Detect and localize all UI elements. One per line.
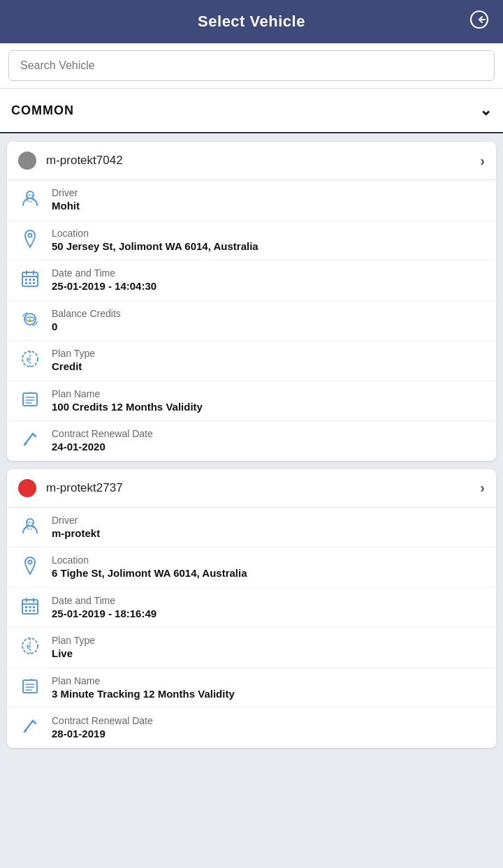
contract-label-2: Contract Renewal Date bbox=[52, 715, 153, 726]
svg-rect-9 bbox=[25, 279, 27, 281]
contract-value-1: 24-01-2020 bbox=[52, 440, 153, 454]
planname-label-2: Plan Name bbox=[52, 675, 235, 686]
datetime-row-1: Date and Time 25-01-2019 - 14:04:30 bbox=[7, 260, 496, 301]
header: Select Vehicle bbox=[0, 0, 503, 43]
status-dot-red bbox=[18, 479, 36, 497]
vehicle-name-1: m-protekt7042 bbox=[46, 154, 123, 168]
planname-content-1: Plan Name 100 Credits 12 Months Validity bbox=[52, 388, 203, 414]
contract-content-2: Contract Renewal Date 28-01-2019 bbox=[52, 715, 153, 741]
svg-rect-13 bbox=[29, 282, 31, 284]
header-title: Select Vehicle bbox=[198, 13, 305, 31]
contract-icon-1 bbox=[18, 429, 42, 449]
datetime-row-2: Date and Time 25-01-2019 - 18:16:49 bbox=[7, 588, 496, 628]
driver-icon-1 bbox=[18, 189, 42, 208]
contract-row-1: Contract Renewal Date 24-01-2020 bbox=[7, 421, 496, 461]
plantype-label-1: Plan Type bbox=[52, 348, 95, 359]
svg-point-4 bbox=[29, 233, 32, 237]
location-content-1: Location 50 Jersey St, Jolimont WA 6014,… bbox=[52, 228, 258, 253]
driver-content-2: Driver m-protekt bbox=[52, 515, 100, 540]
svg-rect-36 bbox=[33, 610, 35, 612]
svg-rect-14 bbox=[33, 282, 35, 284]
location-icon-2 bbox=[18, 556, 42, 575]
vehicle-card-2[interactable]: m-protekt2737 › Driver m-protekt bbox=[7, 469, 496, 748]
driver-label-2: Driver bbox=[52, 515, 100, 526]
driver-content-1: Driver Mohit bbox=[52, 187, 80, 213]
driver-row-2: Driver m-protekt bbox=[7, 508, 496, 548]
location-value-1: 50 Jersey St, Jolimont WA 6014, Australi… bbox=[52, 240, 258, 253]
balance-label-1: Balance Credits bbox=[52, 308, 121, 319]
location-row-1: Location 50 Jersey St, Jolimont WA 6014,… bbox=[7, 221, 496, 261]
svg-rect-20 bbox=[23, 393, 37, 406]
svg-rect-32 bbox=[29, 606, 31, 608]
cards-container: m-protekt7042 › Driver Mohit bbox=[0, 136, 503, 753]
plantype-label-2: Plan Type bbox=[52, 635, 95, 646]
balance-content-1: Balance Credits 0 bbox=[52, 308, 121, 334]
card-header-1[interactable]: m-protekt7042 › bbox=[7, 142, 496, 180]
driver-label-1: Driver bbox=[52, 187, 80, 198]
driver-icon-2 bbox=[18, 516, 42, 536]
status-dot-grey bbox=[18, 152, 36, 170]
driver-row-1: Driver Mohit bbox=[7, 180, 496, 221]
planname-icon-2 bbox=[18, 677, 42, 696]
location-label-1: Location bbox=[52, 228, 258, 239]
plantype-content-2: Plan Type Live bbox=[52, 635, 95, 661]
planname-label-1: Plan Name bbox=[52, 388, 203, 399]
plantype-icon-1: € bbox=[18, 349, 42, 369]
location-content-2: Location 6 Tighe St, Jolimont WA 6014, A… bbox=[52, 554, 247, 580]
plantype-row-2: € Plan Type Live bbox=[7, 628, 496, 668]
logout-icon[interactable] bbox=[469, 10, 489, 34]
datetime-content-1: Date and Time 25-01-2019 - 14:04:30 bbox=[52, 267, 156, 293]
location-row-2: Location 6 Tighe St, Jolimont WA 6014, A… bbox=[7, 547, 496, 588]
planname-icon-1 bbox=[18, 390, 42, 409]
driver-value-1: Mohit bbox=[52, 199, 80, 213]
planname-content-2: Plan Name 3 Minute Tracking 12 Months Va… bbox=[52, 675, 235, 701]
plantype-row-1: € Plan Type Credit bbox=[7, 341, 496, 381]
svg-rect-11 bbox=[33, 279, 35, 281]
datetime-content-2: Date and Time 25-01-2019 - 18:16:49 bbox=[52, 595, 156, 621]
contract-label-1: Contract Renewal Date bbox=[52, 428, 153, 439]
svg-rect-35 bbox=[29, 610, 31, 612]
planname-row-2: Plan Name 3 Minute Tracking 12 Months Va… bbox=[7, 668, 496, 709]
vehicle-card-1[interactable]: m-protekt7042 › Driver Mohit bbox=[7, 142, 496, 461]
arrow-icon-1: › bbox=[480, 153, 485, 169]
plantype-content-1: Plan Type Credit bbox=[52, 348, 95, 374]
datetime-value-1: 25-01-2019 - 14:04:30 bbox=[52, 279, 156, 293]
balance-value-1: 0 bbox=[52, 320, 121, 334]
svg-rect-12 bbox=[25, 282, 27, 284]
svg-rect-40 bbox=[23, 680, 37, 693]
calendar-icon-1 bbox=[18, 269, 42, 288]
plantype-value-1: Credit bbox=[52, 360, 95, 374]
search-container bbox=[0, 43, 503, 89]
svg-rect-10 bbox=[29, 279, 31, 281]
plantype-icon-2: € bbox=[18, 636, 42, 656]
driver-value-2: m-protekt bbox=[52, 527, 100, 540]
planname-row-1: Plan Name 100 Credits 12 Months Validity bbox=[7, 381, 496, 422]
datetime-label-2: Date and Time bbox=[52, 595, 156, 606]
planname-value-1: 100 Credits 12 Months Validity bbox=[52, 400, 203, 414]
arrow-icon-2: › bbox=[480, 480, 485, 496]
svg-text:$: $ bbox=[29, 316, 32, 323]
location-label-2: Location bbox=[52, 554, 247, 566]
contract-icon-2 bbox=[18, 716, 42, 736]
category-bar[interactable]: COMMON ⌄ bbox=[0, 89, 503, 133]
location-icon-1 bbox=[18, 229, 42, 249]
svg-rect-33 bbox=[33, 606, 35, 608]
svg-rect-34 bbox=[25, 610, 27, 612]
balance-row-1: $ Balance Credits 0 bbox=[7, 301, 496, 341]
search-input[interactable] bbox=[8, 50, 495, 81]
location-value-2: 6 Tighe St, Jolimont WA 6014, Australia bbox=[52, 566, 247, 580]
datetime-value-2: 25-01-2019 - 18:16:49 bbox=[52, 607, 156, 621]
svg-rect-31 bbox=[25, 606, 27, 608]
planname-value-2: 3 Minute Tracking 12 Months Validity bbox=[52, 687, 235, 701]
category-label: COMMON bbox=[11, 103, 74, 118]
calendar-icon-2 bbox=[18, 596, 42, 616]
card-header-left-2: m-protekt2737 bbox=[18, 479, 123, 497]
card-header-2[interactable]: m-protekt2737 › bbox=[7, 469, 496, 508]
card-header-left-1: m-protekt7042 bbox=[18, 152, 123, 170]
contract-row-2: Contract Renewal Date 28-01-2019 bbox=[7, 708, 496, 748]
vehicle-name-2: m-protekt2737 bbox=[46, 481, 123, 495]
contract-content-1: Contract Renewal Date 24-01-2020 bbox=[52, 428, 153, 454]
datetime-label-1: Date and Time bbox=[52, 267, 156, 279]
contract-value-2: 28-01-2019 bbox=[52, 727, 153, 741]
balance-icon-1: $ bbox=[18, 309, 42, 329]
